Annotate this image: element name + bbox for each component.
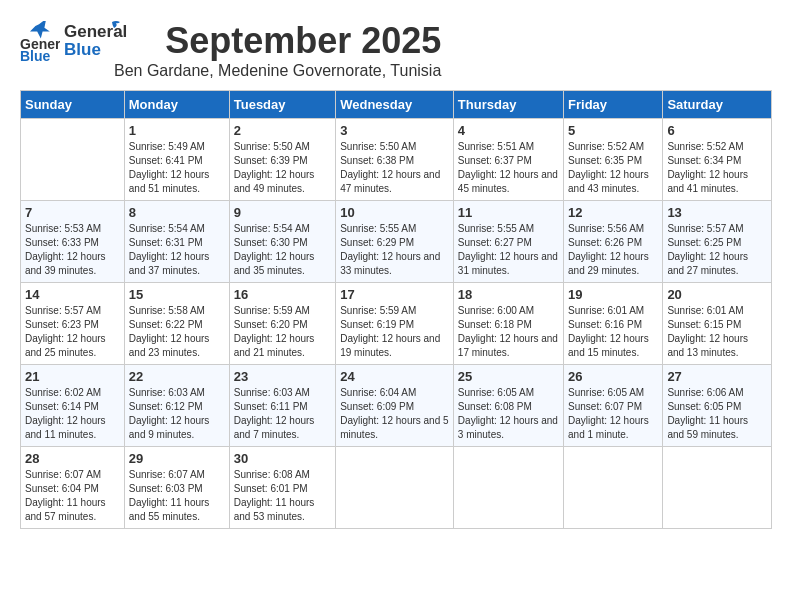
logo-bird-icon	[102, 18, 122, 38]
svg-text:Blue: Blue	[20, 48, 51, 61]
daylight-hours: Daylight: 12 hours and 27 minutes.	[667, 251, 748, 276]
sunrise-time: Sunrise: 6:03 AM	[129, 387, 205, 398]
sunset-time: Sunset: 6:09 PM	[340, 401, 414, 412]
page-header: General Blue General Blue September 2025…	[20, 20, 772, 80]
sunrise-time: Sunrise: 5:54 AM	[129, 223, 205, 234]
calendar-cell: 29 Sunrise: 6:07 AM Sunset: 6:03 PM Dayl…	[124, 447, 229, 529]
day-number: 15	[129, 287, 225, 302]
daylight-hours: Daylight: 11 hours and 59 minutes.	[667, 415, 748, 440]
sunrise-time: Sunrise: 5:59 AM	[340, 305, 416, 316]
sunset-time: Sunset: 6:30 PM	[234, 237, 308, 248]
day-info: Sunrise: 5:55 AM Sunset: 6:27 PM Dayligh…	[458, 222, 559, 278]
day-number: 9	[234, 205, 331, 220]
sunrise-time: Sunrise: 5:56 AM	[568, 223, 644, 234]
sunset-time: Sunset: 6:26 PM	[568, 237, 642, 248]
sunset-time: Sunset: 6:35 PM	[568, 155, 642, 166]
day-info: Sunrise: 6:07 AM Sunset: 6:04 PM Dayligh…	[25, 468, 120, 524]
day-info: Sunrise: 5:55 AM Sunset: 6:29 PM Dayligh…	[340, 222, 449, 278]
day-info: Sunrise: 6:01 AM Sunset: 6:15 PM Dayligh…	[667, 304, 767, 360]
day-info: Sunrise: 5:54 AM Sunset: 6:30 PM Dayligh…	[234, 222, 331, 278]
sunrise-time: Sunrise: 6:08 AM	[234, 469, 310, 480]
day-number: 22	[129, 369, 225, 384]
day-number: 19	[568, 287, 658, 302]
sunrise-time: Sunrise: 6:00 AM	[458, 305, 534, 316]
sunset-time: Sunset: 6:08 PM	[458, 401, 532, 412]
sunset-time: Sunset: 6:25 PM	[667, 237, 741, 248]
day-number: 1	[129, 123, 225, 138]
sunset-time: Sunset: 6:22 PM	[129, 319, 203, 330]
calendar-cell	[453, 447, 563, 529]
daylight-hours: Daylight: 11 hours and 55 minutes.	[129, 497, 210, 522]
calendar-cell: 22 Sunrise: 6:03 AM Sunset: 6:12 PM Dayl…	[124, 365, 229, 447]
calendar-cell: 23 Sunrise: 6:03 AM Sunset: 6:11 PM Dayl…	[229, 365, 335, 447]
day-number: 29	[129, 451, 225, 466]
sunrise-time: Sunrise: 5:58 AM	[129, 305, 205, 316]
day-info: Sunrise: 5:54 AM Sunset: 6:31 PM Dayligh…	[129, 222, 225, 278]
daylight-hours: Daylight: 12 hours and 39 minutes.	[25, 251, 106, 276]
day-number: 4	[458, 123, 559, 138]
sunrise-time: Sunrise: 5:59 AM	[234, 305, 310, 316]
calendar-table: SundayMondayTuesdayWednesdayThursdayFrid…	[20, 90, 772, 529]
calendar-cell: 30 Sunrise: 6:08 AM Sunset: 6:01 PM Dayl…	[229, 447, 335, 529]
calendar-week-row: 21 Sunrise: 6:02 AM Sunset: 6:14 PM Dayl…	[21, 365, 772, 447]
day-info: Sunrise: 5:53 AM Sunset: 6:33 PM Dayligh…	[25, 222, 120, 278]
logo-blue: Blue	[64, 40, 101, 60]
daylight-hours: Daylight: 12 hours and 9 minutes.	[129, 415, 210, 440]
calendar-cell: 1 Sunrise: 5:49 AM Sunset: 6:41 PM Dayli…	[124, 119, 229, 201]
calendar-cell: 24 Sunrise: 6:04 AM Sunset: 6:09 PM Dayl…	[336, 365, 454, 447]
calendar-cell: 20 Sunrise: 6:01 AM Sunset: 6:15 PM Dayl…	[663, 283, 772, 365]
title-section: September 2025 Ben Gardane, Medenine Gov…	[114, 20, 441, 80]
daylight-hours: Daylight: 12 hours and 43 minutes.	[568, 169, 649, 194]
day-header-thursday: Thursday	[453, 91, 563, 119]
day-info: Sunrise: 5:51 AM Sunset: 6:37 PM Dayligh…	[458, 140, 559, 196]
sunset-time: Sunset: 6:37 PM	[458, 155, 532, 166]
sunrise-time: Sunrise: 6:06 AM	[667, 387, 743, 398]
day-info: Sunrise: 6:03 AM Sunset: 6:11 PM Dayligh…	[234, 386, 331, 442]
day-number: 20	[667, 287, 767, 302]
daylight-hours: Daylight: 12 hours and 41 minutes.	[667, 169, 748, 194]
day-info: Sunrise: 5:57 AM Sunset: 6:25 PM Dayligh…	[667, 222, 767, 278]
sunset-time: Sunset: 6:31 PM	[129, 237, 203, 248]
sunrise-time: Sunrise: 5:52 AM	[568, 141, 644, 152]
calendar-cell: 27 Sunrise: 6:06 AM Sunset: 6:05 PM Dayl…	[663, 365, 772, 447]
sunset-time: Sunset: 6:16 PM	[568, 319, 642, 330]
day-info: Sunrise: 5:59 AM Sunset: 6:19 PM Dayligh…	[340, 304, 449, 360]
calendar-cell: 4 Sunrise: 5:51 AM Sunset: 6:37 PM Dayli…	[453, 119, 563, 201]
calendar-week-row: 28 Sunrise: 6:07 AM Sunset: 6:04 PM Dayl…	[21, 447, 772, 529]
sunset-time: Sunset: 6:11 PM	[234, 401, 308, 412]
daylight-hours: Daylight: 12 hours and 17 minutes.	[458, 333, 558, 358]
sunset-time: Sunset: 6:34 PM	[667, 155, 741, 166]
calendar-cell: 21 Sunrise: 6:02 AM Sunset: 6:14 PM Dayl…	[21, 365, 125, 447]
sunset-time: Sunset: 6:01 PM	[234, 483, 308, 494]
calendar-cell: 16 Sunrise: 5:59 AM Sunset: 6:20 PM Dayl…	[229, 283, 335, 365]
day-number: 7	[25, 205, 120, 220]
calendar-cell: 10 Sunrise: 5:55 AM Sunset: 6:29 PM Dayl…	[336, 201, 454, 283]
sunrise-time: Sunrise: 5:53 AM	[25, 223, 101, 234]
calendar-cell: 17 Sunrise: 5:59 AM Sunset: 6:19 PM Dayl…	[336, 283, 454, 365]
sunrise-time: Sunrise: 6:05 AM	[458, 387, 534, 398]
sunset-time: Sunset: 6:15 PM	[667, 319, 741, 330]
calendar-week-row: 1 Sunrise: 5:49 AM Sunset: 6:41 PM Dayli…	[21, 119, 772, 201]
logo: General Blue General Blue	[20, 20, 114, 62]
calendar-header-row: SundayMondayTuesdayWednesdayThursdayFrid…	[21, 91, 772, 119]
sunset-time: Sunset: 6:27 PM	[458, 237, 532, 248]
day-number: 5	[568, 123, 658, 138]
daylight-hours: Daylight: 12 hours and 49 minutes.	[234, 169, 315, 194]
day-number: 26	[568, 369, 658, 384]
day-header-tuesday: Tuesday	[229, 91, 335, 119]
location-title: Ben Gardane, Medenine Governorate, Tunis…	[114, 62, 441, 80]
day-number: 25	[458, 369, 559, 384]
calendar-cell: 12 Sunrise: 5:56 AM Sunset: 6:26 PM Dayl…	[564, 201, 663, 283]
calendar-cell	[564, 447, 663, 529]
sunrise-time: Sunrise: 5:55 AM	[458, 223, 534, 234]
sunset-time: Sunset: 6:12 PM	[129, 401, 203, 412]
day-info: Sunrise: 5:56 AM Sunset: 6:26 PM Dayligh…	[568, 222, 658, 278]
day-number: 3	[340, 123, 449, 138]
day-number: 13	[667, 205, 767, 220]
daylight-hours: Daylight: 12 hours and 11 minutes.	[25, 415, 106, 440]
sunset-time: Sunset: 6:03 PM	[129, 483, 203, 494]
day-header-monday: Monday	[124, 91, 229, 119]
daylight-hours: Daylight: 12 hours and 45 minutes.	[458, 169, 558, 194]
calendar-cell: 8 Sunrise: 5:54 AM Sunset: 6:31 PM Dayli…	[124, 201, 229, 283]
calendar-cell	[663, 447, 772, 529]
